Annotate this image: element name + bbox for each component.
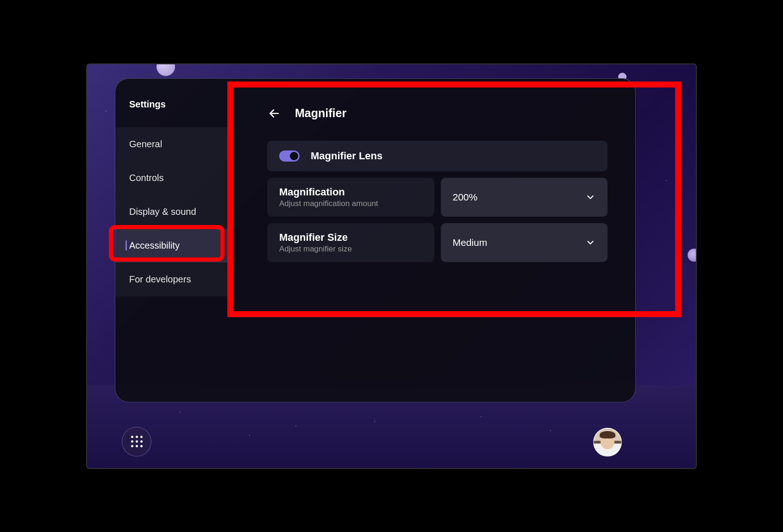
- back-button[interactable]: [267, 106, 281, 120]
- sidebar-items: General Controls Display & sound Accessi…: [115, 127, 230, 296]
- setting-subtitle: Adjust magnifier size: [279, 244, 422, 254]
- page-title: Magnifier: [295, 106, 346, 120]
- sidebar-item-label: For developers: [129, 274, 191, 284]
- chevron-down-icon: [585, 238, 595, 248]
- sidebar-item-label: Display & sound: [129, 207, 196, 217]
- main-content: Magnifier Magnifier Lens Magnification A…: [230, 79, 635, 402]
- settings-sidebar: Settings General Controls Display & soun…: [115, 79, 230, 402]
- sidebar-item-accessibility[interactable]: Accessibility: [115, 229, 230, 263]
- sidebar-item-label: Controls: [129, 173, 163, 183]
- sidebar-item-label: General: [129, 139, 162, 149]
- chevron-down-icon: [585, 192, 595, 202]
- magnifier-lens-toggle[interactable]: [279, 150, 300, 162]
- setting-row-magnifier-size: Magnifier Size Adjust magnifier size Med…: [267, 223, 608, 262]
- sidebar-item-general[interactable]: General: [115, 127, 230, 161]
- setting-title: Magnifier Size: [279, 232, 422, 244]
- app-menu-button[interactable]: [122, 427, 151, 457]
- setting-row-magnification: Magnification Adjust magnification amoun…: [267, 178, 608, 217]
- content-header: Magnifier: [267, 106, 608, 120]
- sidebar-item-display-sound[interactable]: Display & sound: [115, 195, 230, 229]
- avatar-head: [601, 432, 614, 449]
- setting-title: Magnification: [279, 186, 422, 198]
- arrow-left-icon: [268, 107, 280, 119]
- setting-row-magnifier-lens: Magnifier Lens: [267, 141, 608, 171]
- vr-environment-viewport: Settings General Controls Display & soun…: [86, 63, 697, 469]
- sidebar-item-controls[interactable]: Controls: [115, 161, 230, 195]
- setting-subtitle: Adjust magnification amount: [279, 199, 422, 208]
- toggle-label: Magnifier Lens: [311, 150, 382, 162]
- magnification-dropdown[interactable]: 200%: [441, 178, 608, 217]
- sidebar-item-label: Accessibility: [129, 240, 180, 250]
- setting-label-box: Magnification Adjust magnification amoun…: [267, 178, 434, 217]
- sidebar-title: Settings: [115, 90, 230, 127]
- dropdown-value: 200%: [453, 192, 478, 203]
- user-avatar[interactable]: [593, 428, 622, 457]
- settings-window: Settings General Controls Display & soun…: [115, 78, 636, 402]
- setting-label-box: Magnifier Size Adjust magnifier size: [267, 223, 434, 262]
- grid-icon: [131, 436, 143, 447]
- magnifier-size-dropdown[interactable]: Medium: [441, 223, 608, 262]
- dropdown-value: Medium: [453, 237, 488, 248]
- sidebar-item-for-developers[interactable]: For developers: [115, 263, 230, 296]
